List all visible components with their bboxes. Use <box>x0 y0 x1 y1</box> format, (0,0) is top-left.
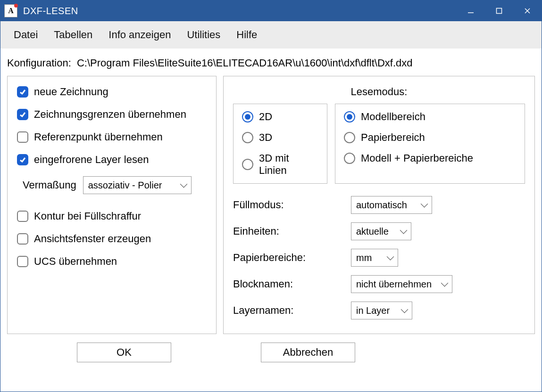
select-blocknamen[interactable]: nicht übernehmen <box>351 275 452 293</box>
lbl-blocknamen: Blocknamen: <box>233 278 351 290</box>
lbl-2d: 2D <box>259 111 272 123</box>
select-einheiten-value: aktuelle <box>356 226 389 237</box>
chk-neue-zeichnung[interactable] <box>17 86 28 98</box>
lbl-referenzpunkt: Referenzpunkt übernehmen <box>34 131 163 143</box>
lbl-kontur-fuellschraffur: Kontur bei Füllschraffur <box>34 210 141 222</box>
lbl-modellbereich: Modellbereich <box>361 111 425 123</box>
lbl-papierbereich: Papierbereich <box>361 131 425 144</box>
titlebar: A DXF-LESEN <box>0 0 542 21</box>
chk-referenzpunkt[interactable] <box>17 131 28 143</box>
ok-button[interactable]: OK <box>77 343 171 362</box>
radio-group-bereich: Modellbereich Papierbereich Modell + Pap… <box>335 104 525 184</box>
lbl-modell-papier: Modell + Papierbereiche <box>361 152 473 164</box>
select-blocknamen-value: nicht übernehmen <box>356 279 432 290</box>
config-line: Konfiguration: C:\Program Files\EliteSui… <box>0 49 542 76</box>
chk-ansichtsfenster[interactable] <box>17 233 28 245</box>
right-panel: Lesemodus: 2D 3D 3D mit Linien <box>223 76 535 334</box>
lbl-3d-linien: 3D mit Linien <box>259 152 318 177</box>
maximize-button[interactable] <box>485 0 513 21</box>
window-title: DXF-LESEN <box>23 6 78 16</box>
app-icon: A <box>4 4 17 17</box>
close-button[interactable] <box>513 0 542 21</box>
left-panel: neue Zeichnung Zeichnungsgrenzen überneh… <box>7 76 217 334</box>
select-fuellmodus[interactable]: automatisch <box>351 196 432 214</box>
select-layernamen-value: in Layer <box>356 305 390 316</box>
lbl-3d: 3D <box>259 131 272 144</box>
lbl-ucs: UCS übernehmen <box>34 255 117 268</box>
svg-rect-1 <box>497 8 502 14</box>
lbl-zeichnungsgrenzen: Zeichnungsgrenzen übernehmen <box>34 108 186 121</box>
menu-tabellen[interactable]: Tabellen <box>54 29 92 41</box>
lbl-vermassung: Vermaßung <box>23 179 76 191</box>
lbl-layernamen: Layernamen: <box>233 304 351 317</box>
lbl-einheiten: Einheiten: <box>233 225 351 237</box>
minimize-button[interactable] <box>457 0 485 21</box>
select-fuellmodus-value: automatisch <box>356 200 407 211</box>
config-path: C:\Program Files\EliteSuite16\ELITECAD16… <box>77 57 413 69</box>
menu-hilfe[interactable]: Hilfe <box>236 29 257 41</box>
radio-modellbereich[interactable] <box>344 111 355 122</box>
radio-3d-linien[interactable] <box>242 159 253 170</box>
select-papierbereiche-value: mm <box>356 253 372 263</box>
lbl-fuellmodus: Füllmodus: <box>233 199 351 211</box>
lbl-eingefrorene-layer: eingefrorene Layer lesen <box>34 154 149 166</box>
radio-modell-papier[interactable] <box>344 153 355 164</box>
lbl-neue-zeichnung: neue Zeichnung <box>34 86 108 98</box>
chk-zeichnungsgrenzen[interactable] <box>17 109 28 120</box>
radio-2d[interactable] <box>242 111 253 122</box>
radio-3d[interactable] <box>242 132 253 143</box>
select-papierbereiche[interactable]: mm <box>351 249 398 267</box>
select-einheiten[interactable]: aktuelle <box>351 222 411 240</box>
menu-info[interactable]: Info anzeigen <box>108 29 171 41</box>
ok-button-label: OK <box>117 346 132 359</box>
radio-group-dimension: 2D 3D 3D mit Linien <box>233 104 327 184</box>
lesemodus-title: Lesemodus: <box>233 86 525 98</box>
select-layernamen[interactable]: in Layer <box>351 302 412 319</box>
lbl-papierbereiche: Papierbereiche: <box>233 252 351 264</box>
cancel-button[interactable]: Abbrechen <box>261 343 355 362</box>
menu-utilities[interactable]: Utilities <box>187 29 220 41</box>
select-vermassung-value: assoziativ - Polier <box>88 180 162 191</box>
chk-eingefrorene-layer[interactable] <box>17 154 28 165</box>
select-vermassung[interactable]: assoziativ - Polier <box>83 176 192 194</box>
cancel-button-label: Abbrechen <box>283 346 333 359</box>
chk-kontur-fuellschraffur[interactable] <box>17 211 28 222</box>
config-label: Konfiguration: <box>7 57 71 69</box>
menu-datei[interactable]: Datei <box>14 29 38 41</box>
radio-papierbereich[interactable] <box>344 132 355 143</box>
chk-ucs[interactable] <box>17 256 28 267</box>
lbl-ansichtsfenster: Ansichtsfenster erzeugen <box>34 233 151 245</box>
menubar: Datei Tabellen Info anzeigen Utilities H… <box>0 21 542 49</box>
